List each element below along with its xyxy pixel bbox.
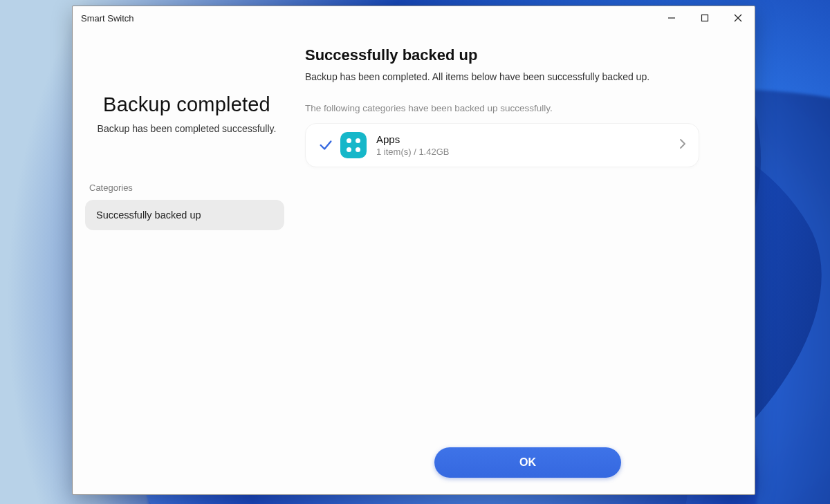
- right-subtitle: Backup has been completed. All items bel…: [305, 71, 730, 82]
- close-button[interactable]: [721, 6, 755, 30]
- app-window: Smart Switch Backup completed Backup has…: [72, 6, 755, 495]
- left-heading: Backup completed: [85, 93, 288, 116]
- close-icon: [734, 14, 742, 22]
- ok-button[interactable]: OK: [434, 447, 621, 478]
- left-subtitle: Backup has been completed successfully.: [85, 123, 288, 134]
- row-detail: 1 item(s) / 1.42GB: [376, 147, 679, 157]
- backup-row-apps[interactable]: Apps 1 item(s) / 1.42GB: [305, 123, 699, 167]
- window-title: Smart Switch: [81, 13, 134, 24]
- right-hint: The following categories have been backe…: [305, 103, 730, 113]
- titlebar[interactable]: Smart Switch: [73, 6, 755, 30]
- chevron-right-icon: [679, 138, 686, 152]
- right-pane: Successfully backed up Backup has been c…: [301, 30, 755, 494]
- window-controls: [655, 6, 755, 30]
- row-title: Apps: [376, 133, 679, 145]
- category-item-label: Successfully backed up: [96, 209, 201, 221]
- minimize-icon: [667, 14, 676, 22]
- right-heading: Successfully backed up: [305, 46, 730, 64]
- minimize-button[interactable]: [655, 6, 688, 30]
- apps-icon: [340, 132, 367, 158]
- svg-rect-1: [702, 15, 708, 21]
- category-item-success[interactable]: Successfully backed up: [85, 200, 284, 230]
- maximize-button[interactable]: [688, 6, 721, 30]
- check-icon: [314, 138, 338, 153]
- maximize-icon: [701, 14, 709, 22]
- left-pane: Backup completed Backup has been complet…: [73, 30, 301, 494]
- categories-label: Categories: [89, 183, 288, 193]
- ok-button-label: OK: [519, 456, 536, 469]
